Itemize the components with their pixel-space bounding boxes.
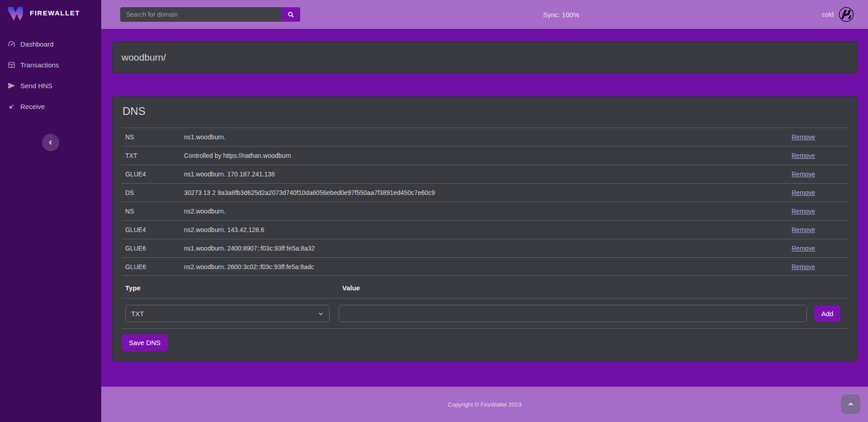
domain-title-card: woodburn/	[112, 42, 858, 73]
sidebar-item-transactions[interactable]: Transactions	[0, 54, 101, 75]
dns-record-row: GLUE6 ns2.woodburn. 2600:3c02::f03c:93ff…	[122, 257, 849, 276]
sidebar-item-send-hns[interactable]: Send HNS	[0, 75, 101, 96]
record-value: ns1.woodburn. 170.187.241.138	[180, 166, 788, 182]
remove-link[interactable]: Remove	[792, 208, 815, 215]
record-value: ns1.woodburn. 2400:8907::f03c:93ff:fe5a:…	[180, 240, 788, 256]
sync-status: Sync: 100%	[300, 11, 822, 19]
chevron-left-icon	[47, 139, 54, 146]
sidebar: FIREWALLET Dashboard	[0, 0, 101, 422]
remove-link[interactable]: Remove	[792, 133, 815, 141]
dns-add-record-row: TXT Add	[122, 299, 849, 329]
dns-record-row: GLUE4 ns2.woodburn. 143.42.128.6 Remove	[122, 220, 849, 239]
record-value: 30273 13 2 9a3a8fb3d625d2a2073d740f10da6…	[180, 185, 788, 201]
sidebar-nav: Dashboard Transactions Send HNS	[0, 25, 101, 117]
sidebar-item-label: Dashboard	[20, 40, 53, 48]
sidebar-item-label: Send HNS	[20, 82, 52, 90]
copyright-text: Copyright © FireWallet 2023	[448, 401, 522, 408]
app-root: FIREWALLET Dashboard	[0, 0, 868, 422]
record-type-select[interactable]: TXT	[125, 305, 330, 322]
remove-link[interactable]: Remove	[792, 245, 815, 252]
record-type: TXT	[122, 147, 180, 164]
wallet-indicator[interactable]: cold	[822, 6, 854, 23]
content-column: Sync: 100% cold woodburn/ DNS	[101, 0, 868, 422]
record-value: ns2.woodburn.	[180, 203, 788, 219]
record-type: GLUE4	[122, 166, 180, 182]
remove-link[interactable]: Remove	[792, 263, 815, 270]
firewallet-logo-icon	[6, 4, 24, 21]
record-type: GLUE6	[122, 259, 180, 275]
dns-record-row: GLUE6 ns1.woodburn. 2400:8907::f03c:93ff…	[122, 239, 849, 257]
dashboard-gauge-icon	[7, 40, 15, 48]
page-title: woodburn/	[122, 52, 166, 63]
record-type: DS	[122, 185, 180, 201]
sidebar-item-dashboard[interactable]: Dashboard	[0, 33, 101, 54]
dns-record-row: DS 30273 13 2 9a3a8fb3d625d2a2073d740f10…	[122, 183, 849, 202]
domain-search-bar	[120, 7, 300, 22]
main-area: woodburn/ DNS NS ns1.woodburn. Remove TX…	[101, 29, 868, 387]
search-input[interactable]	[120, 7, 281, 22]
send-plane-icon	[7, 81, 15, 90]
type-column-header: Type	[122, 276, 339, 298]
wallet-name: cold	[822, 11, 834, 18]
search-icon	[288, 11, 294, 18]
remove-link[interactable]: Remove	[792, 152, 815, 159]
receive-arrow-icon	[7, 102, 15, 110]
record-type-select-wrap: TXT	[125, 305, 330, 322]
sidebar-item-label: Transactions	[20, 61, 59, 69]
handshake-logo-icon	[838, 6, 854, 23]
top-header: Sync: 100% cold	[101, 0, 868, 29]
sidebar-item-label: Receive	[20, 103, 45, 110]
dns-title: DNS	[123, 105, 849, 118]
brand[interactable]: FIREWALLET	[0, 0, 101, 25]
dns-record-row: NS ns2.woodburn. Remove	[122, 202, 849, 220]
add-record-button[interactable]: Add	[814, 305, 840, 322]
record-type: NS	[122, 129, 180, 145]
sidebar-collapse-button[interactable]	[42, 134, 59, 151]
remove-link[interactable]: Remove	[792, 226, 815, 233]
brand-name: FIREWALLET	[30, 9, 80, 17]
record-value-cell	[339, 305, 807, 322]
record-type: NS	[122, 203, 180, 219]
chevron-up-icon	[848, 401, 854, 408]
record-value-input[interactable]	[339, 305, 807, 322]
dns-record-row: GLUE4 ns1.woodburn. 170.187.241.138 Remo…	[122, 165, 849, 183]
page-footer: Copyright © FireWallet 2023	[101, 387, 868, 422]
record-type: GLUE4	[122, 222, 180, 238]
save-dns-button[interactable]: Save DNS	[122, 334, 168, 351]
remove-link[interactable]: Remove	[792, 171, 815, 178]
sidebar-item-receive[interactable]: Receive	[0, 96, 101, 117]
add-cell: Add	[807, 305, 849, 322]
remove-link[interactable]: Remove	[792, 189, 815, 196]
search-button[interactable]	[281, 7, 300, 22]
record-value: ns1.woodburn.	[180, 129, 788, 145]
record-type: GLUE6	[122, 240, 180, 256]
record-value: Controlled by https://nathan.woodburn	[180, 147, 788, 164]
record-value: ns2.woodburn. 143.42.128.6	[180, 222, 788, 238]
dns-form-header: Type Value	[122, 276, 849, 299]
dns-card: DNS NS ns1.woodburn. Remove TXT Controll…	[112, 96, 858, 361]
transactions-table-icon	[7, 61, 15, 69]
value-column-header: Value	[339, 276, 807, 298]
dns-record-row: NS ns1.woodburn. Remove	[122, 128, 849, 146]
dns-records-table: NS ns1.woodburn. Remove TXT Controlled b…	[122, 128, 849, 276]
dns-record-row: TXT Controlled by https://nathan.woodbur…	[122, 146, 849, 165]
scroll-to-top-button[interactable]	[841, 394, 860, 414]
record-value: ns2.woodburn. 2600:3c02::f03c:93ff:fe5a:…	[180, 259, 788, 275]
